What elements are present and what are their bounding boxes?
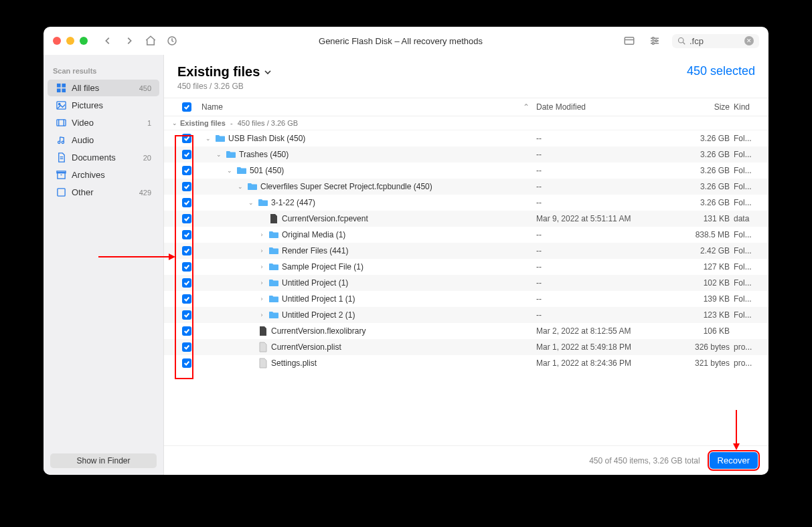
sidebar-item-other[interactable]: Other 429 xyxy=(48,184,159,201)
sidebar-item-label: Video xyxy=(72,118,94,128)
svg-point-9 xyxy=(679,38,684,43)
row-checkbox[interactable] xyxy=(182,310,191,320)
row-checkbox[interactable] xyxy=(182,182,191,191)
row-checkbox[interactable] xyxy=(182,246,191,255)
file-row[interactable]: › Render Files (441) -- 2.42 GB Fol... xyxy=(164,243,768,259)
disclosure-icon[interactable]: ⌄ xyxy=(236,183,244,190)
row-checkbox[interactable] xyxy=(182,214,191,223)
file-row[interactable]: Settings.plist Mar 1, 2022 at 8:24:36 PM… xyxy=(164,355,768,371)
sidebar-item-documents[interactable]: Documents 20 xyxy=(48,149,159,166)
disclosure-icon[interactable]: › xyxy=(258,312,266,318)
disclosure-icon[interactable]: ⌄ xyxy=(247,199,255,206)
file-size: 106 KB xyxy=(670,326,734,336)
file-date: Mar 9, 2022 at 5:51:11 AM xyxy=(536,214,670,223)
disclosure-icon[interactable]: ⌄ xyxy=(215,151,223,158)
col-name[interactable]: Name ⌃ xyxy=(201,102,536,112)
file-date: -- xyxy=(536,310,670,320)
footer: 450 of 450 items, 3.26 GB total Recover xyxy=(164,445,768,475)
view-mode-button[interactable] xyxy=(621,33,637,49)
disclosure-icon[interactable]: › xyxy=(258,280,266,286)
sidebar-item-all-files[interactable]: All files 450 xyxy=(48,80,159,96)
nav-forward-button[interactable] xyxy=(121,33,137,49)
col-size[interactable]: Size xyxy=(670,102,734,112)
nav-back-button[interactable] xyxy=(100,33,116,49)
file-row[interactable]: CurrentVersion.plist Mar 1, 2022 at 5:49… xyxy=(164,339,768,355)
row-checkbox[interactable] xyxy=(182,358,191,368)
close-window-button[interactable] xyxy=(53,37,61,45)
row-checkbox[interactable] xyxy=(182,278,191,288)
file-row[interactable]: › Sample Project File (1) -- 127 KB Fol.… xyxy=(164,259,768,275)
sidebar-item-label: All files xyxy=(72,83,99,93)
file-row[interactable]: › Original Media (1) -- 838.5 MB Fol... xyxy=(164,227,768,243)
sidebar-item-archives[interactable]: Archives xyxy=(48,167,159,183)
main-title[interactable]: Existing files xyxy=(177,64,272,80)
selection-count: 450 selected xyxy=(687,64,755,78)
file-name: Settings.plist xyxy=(271,358,317,368)
file-row[interactable]: › Untitled Project (1) -- 102 KB Fol... xyxy=(164,275,768,291)
sidebar-header: Scan results xyxy=(44,55,163,79)
file-kind: Fol... xyxy=(734,230,760,239)
show-in-finder-button[interactable]: Show in Finder xyxy=(50,453,157,468)
file-row[interactable]: ⌄ USB Flash Disk (450) -- 3.26 GB Fol... xyxy=(164,130,768,146)
sidebar-item-badge: 1 xyxy=(147,119,151,127)
file-size: 2.42 GB xyxy=(670,246,734,255)
file-name: 3-1-22 (447) xyxy=(271,198,315,207)
folder-icon xyxy=(258,197,268,208)
zoom-window-button[interactable] xyxy=(80,37,88,45)
chevron-down-icon[interactable]: ⌄ xyxy=(172,120,177,126)
row-checkbox[interactable] xyxy=(182,198,191,207)
clear-search-button[interactable]: ✕ xyxy=(744,36,754,45)
folder-icon xyxy=(236,165,247,176)
file-kind: Fol... xyxy=(734,166,760,175)
file-row[interactable]: ⌄ Cleverfiles Super Secret Project.fcpbu… xyxy=(164,179,768,195)
row-checkbox[interactable] xyxy=(182,326,191,336)
disclosure-icon[interactable]: › xyxy=(258,247,266,254)
home-icon[interactable] xyxy=(143,33,159,49)
disclosure-icon[interactable]: › xyxy=(258,231,266,238)
file-kind: Fol... xyxy=(734,246,760,255)
file-row[interactable]: ⌄ Trashes (450) -- 3.26 GB Fol... xyxy=(164,146,768,163)
sidebar-item-label: Other xyxy=(72,187,94,197)
disclosure-icon[interactable]: ⌄ xyxy=(204,135,212,142)
file-size: 3.26 GB xyxy=(670,134,734,143)
row-checkbox[interactable] xyxy=(182,230,191,239)
filter-button[interactable] xyxy=(647,33,663,49)
file-name: CurrentVersion.flexolibrary xyxy=(271,326,366,336)
svg-point-7 xyxy=(655,40,657,42)
select-all-checkbox[interactable] xyxy=(182,102,191,112)
row-checkbox[interactable] xyxy=(182,294,191,304)
file-row[interactable]: ⌄ 3-1-22 (447) -- 3.26 GB Fol... xyxy=(164,195,768,211)
disclosure-icon[interactable]: ⌄ xyxy=(226,167,234,174)
search-field[interactable]: .fcp ✕ xyxy=(672,34,759,48)
minimize-window-button[interactable] xyxy=(66,37,74,45)
file-row[interactable]: CurrentVersion.fcpevent Mar 9, 2022 at 5… xyxy=(164,211,768,227)
row-checkbox[interactable] xyxy=(182,134,191,143)
disclosure-icon[interactable]: › xyxy=(258,264,266,270)
file-row[interactable]: ⌄ 501 (450) -- 3.26 GB Fol... xyxy=(164,163,768,179)
row-checkbox[interactable] xyxy=(182,262,191,272)
search-input[interactable]: .fcp xyxy=(689,36,704,46)
file-kind: Fol... xyxy=(734,198,760,207)
row-checkbox[interactable] xyxy=(182,166,191,175)
recover-button[interactable]: Recover xyxy=(710,452,758,469)
file-date: -- xyxy=(536,198,670,207)
row-checkbox[interactable] xyxy=(182,342,191,352)
col-kind[interactable]: Kind xyxy=(734,102,760,112)
row-checkbox[interactable] xyxy=(182,150,191,159)
file-row[interactable]: CurrentVersion.flexolibrary Mar 2, 2022 … xyxy=(164,323,768,339)
sidebar-item-audio[interactable]: Audio xyxy=(48,132,159,148)
file-row[interactable]: › Untitled Project 2 (1) -- 123 KB Fol..… xyxy=(164,307,768,323)
file-kind: Fol... xyxy=(734,294,760,304)
sidebar-item-video[interactable]: Video 1 xyxy=(48,114,159,131)
col-date[interactable]: Date Modified xyxy=(536,102,670,112)
disclosure-icon[interactable]: › xyxy=(258,296,266,302)
file-name: Untitled Project 1 (1) xyxy=(282,294,355,304)
file-size: 102 KB xyxy=(670,278,734,288)
file-row[interactable]: › Untitled Project 1 (1) -- 139 KB Fol..… xyxy=(164,291,768,307)
folder-icon xyxy=(226,149,236,160)
folder-icon xyxy=(268,278,279,288)
file-date: -- xyxy=(536,262,670,272)
main-subtitle: 450 files / 3.26 GB xyxy=(177,82,272,91)
sidebar-item-pictures[interactable]: Pictures xyxy=(48,97,159,114)
refresh-icon[interactable] xyxy=(164,33,180,49)
